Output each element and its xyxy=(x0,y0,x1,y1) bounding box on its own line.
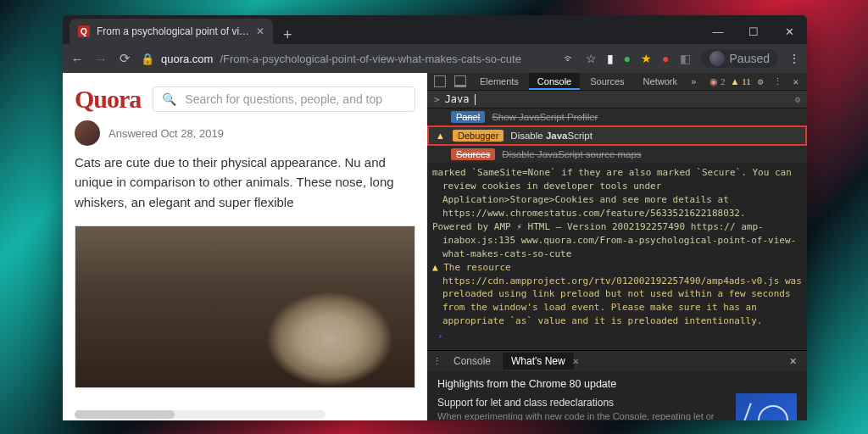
device-toolbar-icon[interactable] xyxy=(454,75,466,87)
titlebar: Q From a psychological point of vi… ✕ + … xyxy=(63,15,807,44)
drawer-close-icon[interactable]: ✕ xyxy=(784,356,802,367)
star-icon[interactable]: ☆ xyxy=(586,52,597,65)
command-label: Disable JavaScript source maps xyxy=(502,149,641,159)
kebab-menu-icon[interactable]: ⋮ xyxy=(788,52,800,65)
drawer-tab-close-icon[interactable]: ✕ xyxy=(572,357,579,366)
ext-icon-3[interactable]: ★ xyxy=(641,52,652,65)
toolbar-actions: ᯤ ☆ ▮ ● ★ ● ◧ Paused ⋮ xyxy=(564,49,800,68)
browser-tab[interactable]: Q From a psychological point of vi… ✕ xyxy=(70,19,273,44)
devtools-settings-icon[interactable]: ⚙ xyxy=(753,76,769,87)
content-row: Quora 🔍 Search for questions, people, an… xyxy=(63,73,807,420)
search-placeholder: Search for questions, people, and top xyxy=(185,92,382,106)
tabs-overflow-icon[interactable]: » xyxy=(687,76,700,87)
drawer-tab-console[interactable]: Console xyxy=(445,353,499,370)
console-output: marked `SameSite=None` if they are also … xyxy=(427,163,807,350)
command-input[interactable]: Java xyxy=(445,93,470,105)
answer-date: Answered Oct 28, 2019 xyxy=(108,127,224,140)
drawer-menu-icon[interactable]: ⋮ xyxy=(432,356,442,367)
quora-header: Quora 🔍 Search for questions, people, an… xyxy=(63,73,427,120)
search-icon: 🔍 xyxy=(162,92,176,106)
quora-logo[interactable]: Quora xyxy=(75,85,141,114)
console-warning-message: The resource https://cdn.ampproject.org/… xyxy=(432,261,802,329)
webpage-viewport: Quora 🔍 Search for questions, people, an… xyxy=(63,73,427,420)
ext-icon-5[interactable]: ◧ xyxy=(680,52,691,65)
drawer-section-desc: When experimenting with new code in the … xyxy=(437,410,726,420)
inspect-element-icon[interactable] xyxy=(434,75,446,87)
devtools-drawer: ⋮ Console What's New ✕ ✕ Highlights from… xyxy=(427,350,807,420)
tab-elements[interactable]: Elements xyxy=(471,73,527,90)
error-count-badge[interactable]: ◉ 2 xyxy=(709,76,725,87)
quora-search-box[interactable]: 🔍 Search for questions, people, and top xyxy=(153,86,415,112)
cast-icon[interactable]: ᯤ xyxy=(564,52,576,65)
forward-button[interactable]: → xyxy=(93,52,108,66)
console-message: Powered by AMP ⚡ HTML – Version 20021922… xyxy=(432,220,802,261)
command-result-item[interactable]: Sources Disable JavaScript source maps xyxy=(427,146,807,163)
command-results: Panel Show JavaScript Profiler ▲ Debugge… xyxy=(427,108,807,163)
tab-sources[interactable]: Sources xyxy=(581,73,632,90)
ext-icon-1[interactable]: ▮ xyxy=(607,52,614,65)
lock-icon: 🔒 xyxy=(141,53,154,65)
ext-icon-2[interactable]: ● xyxy=(624,52,631,65)
profile-paused-chip[interactable]: Paused xyxy=(701,49,778,68)
chrome-window: Q From a psychological point of vi… ✕ + … xyxy=(63,15,807,420)
command-menu[interactable]: > Java ⚙ xyxy=(427,91,807,108)
drawer-section: Support for let and class redeclarations… xyxy=(437,397,726,420)
paused-label: Paused xyxy=(730,52,770,65)
answer-author-avatar[interactable] xyxy=(75,120,100,146)
new-tab-button[interactable]: + xyxy=(273,26,303,44)
ext-icon-4[interactable]: ● xyxy=(662,52,669,65)
badge-panel: Panel xyxy=(451,111,485,123)
window-controls: — ☐ ✕ xyxy=(700,19,807,44)
console-message: marked `SameSite=None` if they are also … xyxy=(432,166,802,220)
favicon-quora: Q xyxy=(78,25,90,37)
drawer-section-title: Support for let and class redeclarations xyxy=(437,397,726,409)
text-cursor xyxy=(475,94,476,105)
tab-network[interactable]: Network xyxy=(635,73,686,90)
warning-count-badge[interactable]: ▲ 11 xyxy=(731,76,751,86)
answer-image-cat xyxy=(75,225,415,388)
badge-debugger: Debugger xyxy=(453,130,504,142)
minimize-button[interactable]: — xyxy=(700,19,736,44)
back-button[interactable]: ← xyxy=(70,52,85,66)
toolbar: ← → ⟳ 🔒 quora.com/From-a-psychological-p… xyxy=(63,44,807,73)
drawer-tab-whats-new[interactable]: What's New xyxy=(503,353,574,370)
devtools-menu-icon[interactable]: ⋮ xyxy=(770,76,786,87)
command-settings-icon[interactable]: ⚙ xyxy=(794,94,800,105)
avatar-icon xyxy=(709,51,725,66)
tab-console[interactable]: Console xyxy=(529,73,580,90)
warning-icon: ▲ xyxy=(436,131,446,141)
console-prompt[interactable]: › xyxy=(432,328,802,345)
devtools-tabstrip: Elements Console Sources Network » ◉ 2 ▲… xyxy=(427,73,807,91)
drawer-headline: Highlights from the Chrome 80 update xyxy=(437,378,726,390)
url-host: quora.com xyxy=(161,53,213,65)
maximize-button[interactable]: ☐ xyxy=(736,19,771,44)
reload-button[interactable]: ⟳ xyxy=(117,51,132,66)
horizontal-scrollbar[interactable] xyxy=(75,410,326,419)
command-result-item-selected[interactable]: ▲ Debugger Disable JavaScript xyxy=(427,125,807,146)
tab-close-icon[interactable]: ✕ xyxy=(256,25,264,37)
badge-sources: Sources xyxy=(451,148,495,160)
address-bar[interactable]: 🔒 quora.com/From-a-psychological-point-o… xyxy=(141,53,555,65)
devtools-panel: Elements Console Sources Network » ◉ 2 ▲… xyxy=(427,73,807,420)
devtools-close-icon[interactable]: ✕ xyxy=(787,76,804,87)
answer-body: Cats are cute due to their physical appe… xyxy=(63,153,427,220)
command-result-item[interactable]: Panel Show JavaScript Profiler xyxy=(427,108,807,125)
drawer-body: Highlights from the Chrome 80 update Sup… xyxy=(427,371,807,420)
command-label: Disable JavaScript xyxy=(510,131,593,141)
whats-new-illustration xyxy=(736,393,797,420)
command-prompt-icon: > xyxy=(434,94,440,105)
url-path: /From-a-psychological-point-of-view-what… xyxy=(220,53,520,65)
command-label: Show JavaScript Profiler xyxy=(492,112,598,122)
drawer-tabstrip: ⋮ Console What's New ✕ ✕ xyxy=(427,351,807,371)
answer-meta: Answered Oct 28, 2019 xyxy=(63,120,427,153)
tab-title: From a psychological point of vi… xyxy=(97,25,249,37)
close-window-button[interactable]: ✕ xyxy=(771,19,807,44)
